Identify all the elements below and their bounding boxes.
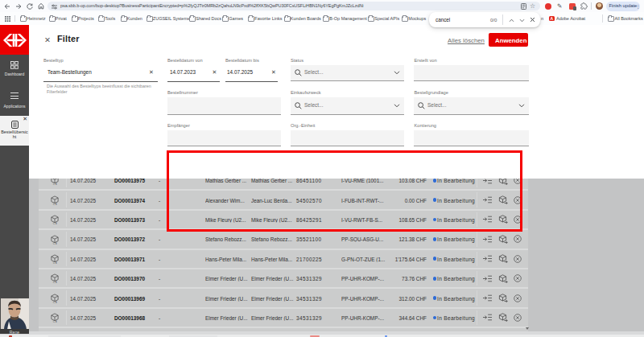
svg-text:C B: C B	[53, 320, 57, 323]
svg-text:C B: C B	[53, 301, 57, 303]
svg-text:C B: C B	[53, 281, 57, 283]
svg-text:C B: C B	[53, 222, 57, 224]
svg-text:C B: C B	[53, 242, 57, 245]
svg-text:C B: C B	[53, 183, 57, 185]
svg-text:C B: C B	[53, 261, 57, 264]
svg-text:C B: C B	[53, 203, 57, 205]
